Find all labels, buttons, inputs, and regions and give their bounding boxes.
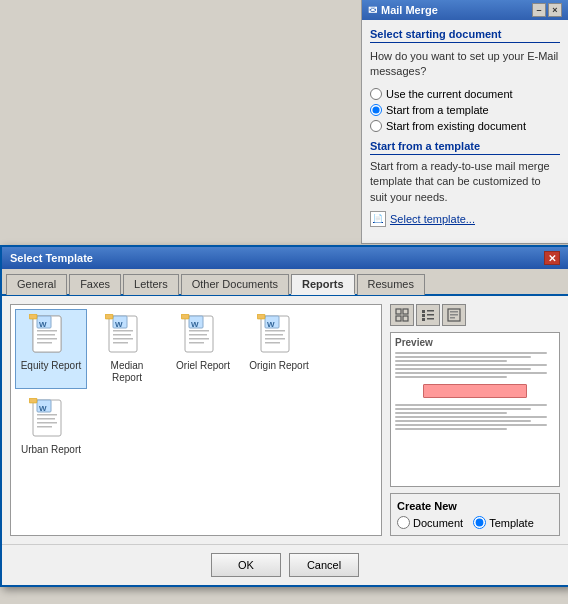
svg-text:W: W — [39, 404, 47, 413]
svg-rect-53 — [450, 314, 458, 316]
tab-letters[interactable]: Letters — [123, 274, 179, 295]
svg-rect-39 — [37, 426, 52, 428]
mail-merge-icon: ✉ — [368, 4, 377, 17]
mail-merge-title: Mail Merge — [381, 4, 438, 16]
cancel-button[interactable]: Cancel — [289, 553, 359, 577]
radio-existing[interactable]: Start from existing document — [370, 120, 560, 132]
svg-rect-44 — [403, 316, 408, 321]
preview-panel: Preview — [390, 304, 560, 536]
tab-faxes[interactable]: Faxes — [69, 274, 121, 295]
create-new-title: Create New — [397, 500, 553, 512]
svg-rect-38 — [37, 422, 57, 424]
create-template-option[interactable]: Template — [473, 516, 534, 529]
templates-grid: W Equity Report — [10, 304, 382, 536]
tab-other-documents[interactable]: Other Documents — [181, 274, 289, 295]
mail-merge-panel: ✉ Mail Merge – × Select starting documen… — [361, 0, 568, 244]
svg-rect-47 — [422, 314, 425, 317]
equity-report-icon: W — [29, 314, 73, 358]
create-document-radio[interactable] — [397, 516, 410, 529]
tab-general[interactable]: General — [6, 274, 67, 295]
template-median-report[interactable]: W Median Report — [91, 309, 163, 389]
svg-rect-31 — [265, 342, 280, 344]
preview-line-4 — [395, 364, 547, 366]
dialog-body: General Faxes Letters Other Documents Re… — [2, 269, 568, 585]
create-template-radio[interactable] — [473, 516, 486, 529]
ok-button[interactable]: OK — [211, 553, 281, 577]
dialog-close-button[interactable]: ✕ — [544, 251, 560, 265]
create-new-section: Create New Document Template — [390, 493, 560, 536]
svg-rect-30 — [265, 338, 285, 340]
svg-rect-21 — [189, 334, 207, 336]
create-document-option[interactable]: Document — [397, 516, 463, 529]
svg-text:W: W — [39, 320, 47, 329]
svg-rect-12 — [113, 330, 133, 332]
origin-report-icon: W — [257, 314, 301, 358]
svg-rect-5 — [37, 334, 55, 336]
select-template-link[interactable]: 📄 Select template... — [370, 211, 560, 227]
template-link-icon: 📄 — [370, 211, 386, 227]
svg-rect-14 — [113, 338, 133, 340]
preview-view-button[interactable] — [442, 304, 466, 326]
svg-rect-49 — [422, 318, 425, 321]
grid-view-button[interactable] — [390, 304, 414, 326]
svg-rect-36 — [37, 414, 57, 416]
radio-existing-input[interactable] — [370, 120, 382, 132]
svg-rect-32 — [257, 314, 265, 319]
preview-line-11 — [395, 416, 547, 418]
preview-highlight — [423, 384, 527, 398]
svg-rect-15 — [113, 342, 128, 344]
svg-rect-37 — [37, 418, 55, 420]
section2-heading: Start from a template — [370, 140, 560, 155]
radio-template[interactable]: Start from a template — [370, 104, 560, 116]
preview-line-6 — [395, 372, 547, 374]
preview-line-13 — [395, 424, 547, 426]
svg-rect-45 — [422, 310, 425, 313]
preview-line-7 — [395, 376, 507, 378]
svg-text:W: W — [267, 320, 275, 329]
svg-rect-16 — [105, 314, 113, 319]
svg-rect-4 — [37, 330, 57, 332]
median-report-label: Median Report — [96, 360, 158, 384]
titlebar-controls: – × — [532, 3, 562, 17]
list-view-button[interactable] — [416, 304, 440, 326]
preview-document — [395, 352, 555, 482]
preview-line-10 — [395, 412, 507, 414]
template-equity-report[interactable]: W Equity Report — [15, 309, 87, 389]
svg-rect-29 — [265, 334, 283, 336]
svg-rect-52 — [450, 311, 458, 313]
svg-rect-50 — [427, 318, 434, 320]
section1-description: How do you want to set up your E-Mail me… — [370, 49, 560, 80]
template-oriel-report[interactable]: W Oriel Report — [167, 309, 239, 389]
svg-rect-28 — [265, 330, 285, 332]
titlebar-left: ✉ Mail Merge — [368, 4, 438, 17]
preview-line-2 — [395, 356, 531, 358]
radio-current[interactable]: Use the current document — [370, 88, 560, 100]
svg-rect-23 — [189, 342, 204, 344]
svg-rect-42 — [403, 309, 408, 314]
svg-rect-13 — [113, 334, 131, 336]
tab-resumes[interactable]: Resumes — [357, 274, 425, 295]
section2-description: Start from a ready-to-use mail merge tem… — [370, 159, 560, 205]
svg-rect-22 — [189, 338, 209, 340]
mail-merge-titlebar: ✉ Mail Merge – × — [362, 0, 568, 20]
svg-rect-54 — [450, 317, 455, 319]
radio-current-label: Use the current document — [386, 88, 513, 100]
svg-rect-6 — [37, 338, 57, 340]
radio-existing-label: Start from existing document — [386, 120, 526, 132]
preview-line-1 — [395, 352, 547, 354]
minimize-button[interactable]: – — [532, 3, 546, 17]
radio-template-input[interactable] — [370, 104, 382, 116]
tab-reports[interactable]: Reports — [291, 274, 355, 295]
close-button[interactable]: × — [548, 3, 562, 17]
create-new-options: Document Template — [397, 516, 553, 529]
radio-current-input[interactable] — [370, 88, 382, 100]
template-origin-report[interactable]: W Origin Report — [243, 309, 315, 389]
dialog-content: W Equity Report — [2, 296, 568, 544]
preview-label: Preview — [395, 337, 555, 348]
svg-rect-20 — [189, 330, 209, 332]
create-document-label: Document — [413, 517, 463, 529]
template-urban-report[interactable]: W Urban Report — [15, 393, 87, 461]
origin-report-label: Origin Report — [249, 360, 308, 372]
dialog-titlebar: Select Template ✕ — [2, 247, 568, 269]
radio-template-label: Start from a template — [386, 104, 489, 116]
